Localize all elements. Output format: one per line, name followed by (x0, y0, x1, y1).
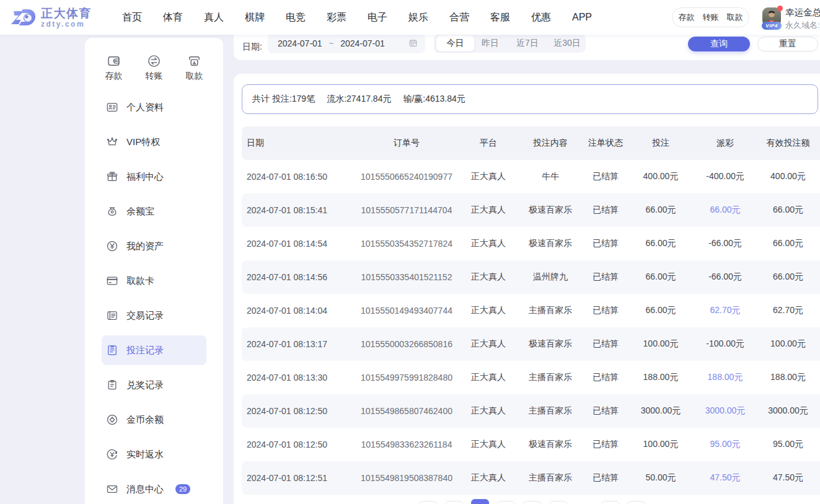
summary-bar: 共计 投注:179笔 流水:27417.84元 输/赢:4613.84元 (242, 84, 818, 114)
menu-item-icon (106, 240, 118, 252)
cell-bet-amount: 66.00元 (627, 305, 694, 316)
nav-item[interactable]: 彩票 (327, 11, 346, 24)
sidebar-menu-item[interactable]: 消息中心 29 (102, 474, 206, 504)
sidebar-menu-item[interactable]: 余额宝 (102, 197, 206, 226)
cell-order-no: 1015549819508387840 (353, 473, 460, 483)
cell-date: 2024-07-01 08:12:50 (242, 440, 353, 449)
page-button[interactable]: … (575, 501, 593, 504)
cell-status: 已结算 (584, 305, 627, 316)
cell-payout: -66.00元 (694, 238, 756, 249)
vip-badge: VIP4 (762, 22, 782, 30)
page-button[interactable]: ‹ (419, 501, 437, 504)
sidebar-menu-item[interactable]: 取款卡 (102, 266, 206, 296)
page-button[interactable]: 1 (445, 501, 463, 504)
summary-total: 共计 投注:179笔 (252, 94, 315, 105)
reset-button[interactable]: 重置 (757, 37, 818, 51)
main-nav: 首页体育真人棋牌电竞彩票电子娱乐合营客服优惠APP (122, 0, 592, 35)
cell-order-no: 1015549833623261184 (353, 440, 460, 449)
nav-item[interactable]: APP (572, 12, 592, 23)
sidebar-menu-item[interactable]: 福利中心 (102, 162, 206, 192)
sidebar-menu-item[interactable]: 交易记录 (102, 301, 206, 330)
cell-platform: 正大真人 (460, 305, 517, 316)
cell-status: 已结算 (584, 171, 627, 182)
menu-item-icon (106, 101, 118, 113)
cell-payout: -66.00元 (694, 272, 756, 283)
quick-action[interactable]: 存款 (105, 54, 123, 82)
cell-valid-amount: 95.00元 (756, 439, 820, 450)
table-row: 2024-07-01 08:13:17 1015550003266850816 … (242, 327, 820, 361)
sidebar-menu-item[interactable]: 个人资料 (102, 92, 206, 122)
wallet-action[interactable]: 存款 (679, 12, 695, 23)
page-button[interactable]: 5 (549, 501, 567, 504)
quick-action-icon (107, 54, 121, 68)
pagination: ‹12345…18› (419, 501, 653, 504)
table-header-row: 日期订单号平台投注内容注单状态投注派彩有效投注额 (242, 126, 820, 160)
sidebar-menu-item[interactable]: 金币余额 (102, 405, 206, 435)
quick-action[interactable]: 取款 (186, 54, 203, 82)
nav-item[interactable]: 电竞 (286, 11, 306, 24)
nav-item[interactable]: 真人 (204, 11, 224, 24)
summary-winloss: 输/赢:4613.84元 (403, 94, 465, 105)
nav-item[interactable]: 首页 (122, 11, 142, 24)
notification-dot (777, 6, 783, 11)
cell-platform: 正大真人 (460, 338, 517, 350)
sidebar-menu-item[interactable]: 兑奖记录 (102, 370, 206, 400)
cell-bet-amount: 66.00元 (627, 238, 694, 249)
cell-order-no: 1015550665240190977 (353, 172, 460, 182)
cell-status: 已结算 (584, 439, 627, 450)
nav-item[interactable]: 优惠 (531, 11, 551, 24)
nav-item[interactable]: 合营 (449, 11, 469, 24)
cell-bet-amount: 400.00元 (627, 171, 694, 182)
date-range-input[interactable]: 2024-07-01 ~ 2024-07-01 (268, 33, 425, 53)
cell-valid-amount: 66.00元 (756, 238, 820, 249)
cell-platform: 正大真人 (460, 472, 517, 484)
date-filter-label: 日期: (242, 34, 262, 60)
sidebar-menu-item[interactable]: 实时返水 (102, 440, 206, 469)
cell-order-no: 1015549975991828480 (353, 373, 460, 382)
cell-status: 已结算 (584, 205, 627, 216)
unread-badge: 29 (175, 484, 190, 494)
cell-bet-content: 牛牛 (517, 171, 584, 182)
nav-item[interactable]: 棋牌 (245, 11, 265, 24)
sidebar-menu: 个人资料 VIP特权 福利中心 余额宝 (102, 92, 206, 504)
filter-bar: 日期: 2024-07-01 ~ 2024-07-01 今日昨日近7日近30日 … (234, 34, 820, 60)
cell-order-no: 1015550003266850816 (353, 339, 460, 349)
table-row: 2024-07-01 08:14:54 1015550354352717824 … (242, 227, 820, 260)
sidebar-menu-item[interactable]: 我的资产 (102, 231, 206, 261)
nav-item[interactable]: 客服 (490, 11, 510, 24)
table-row: 2024-07-01 08:12:50 1015549833623261184 … (242, 428, 820, 461)
nav-item[interactable]: 体育 (163, 11, 183, 24)
table-row: 2024-07-01 08:12:50 1015549865807462400 … (242, 394, 820, 428)
wallet-action[interactable]: 取款 (727, 12, 743, 23)
wallet-action[interactable]: 转账 (703, 12, 719, 23)
page-button[interactable]: 18 (601, 501, 619, 504)
site-logo[interactable]: 正大体育 zdty.com (11, 7, 92, 29)
quick-range-tab[interactable]: 近7日 (506, 36, 549, 51)
page-button[interactable]: 4 (523, 501, 541, 504)
cell-valid-amount: 100.00元 (756, 338, 820, 350)
menu-item-icon (106, 275, 118, 287)
cell-payout: 188.00元 (694, 372, 756, 383)
quick-range-tab[interactable]: 近30日 (549, 36, 586, 51)
quick-action[interactable]: 转账 (146, 54, 163, 82)
sidebar-menu-item[interactable]: 投注记录 (102, 335, 206, 365)
page-button[interactable]: › (627, 501, 645, 504)
page-button[interactable]: 3 (497, 501, 515, 504)
cell-payout: -400.00元 (694, 171, 756, 182)
quick-action-icon (147, 54, 161, 68)
quick-range-tab[interactable]: 今日 (436, 35, 474, 51)
top-header: 正大体育 zdty.com 首页体育真人棋牌电竞彩票电子娱乐合营客服优惠APP … (0, 0, 820, 35)
calendar-icon (408, 38, 418, 48)
cell-order-no: 1015550149493407744 (353, 306, 460, 316)
query-button[interactable]: 查询 (688, 37, 750, 51)
quick-range-tab[interactable]: 昨日 (474, 36, 506, 51)
nav-item[interactable]: 电子 (368, 11, 387, 24)
cell-platform: 正大真人 (460, 405, 517, 417)
cell-bet-content: 主播百家乐 (517, 372, 584, 383)
nav-item[interactable]: 娱乐 (408, 11, 428, 24)
cell-status: 已结算 (584, 238, 627, 249)
sidebar-menu-item[interactable]: VIP特权 (102, 127, 206, 157)
page-button[interactable]: 2 (471, 499, 489, 504)
user-area[interactable]: VIP4 幸运金总 永久域名: (762, 7, 820, 30)
cell-valid-amount: 188.00元 (756, 372, 820, 383)
